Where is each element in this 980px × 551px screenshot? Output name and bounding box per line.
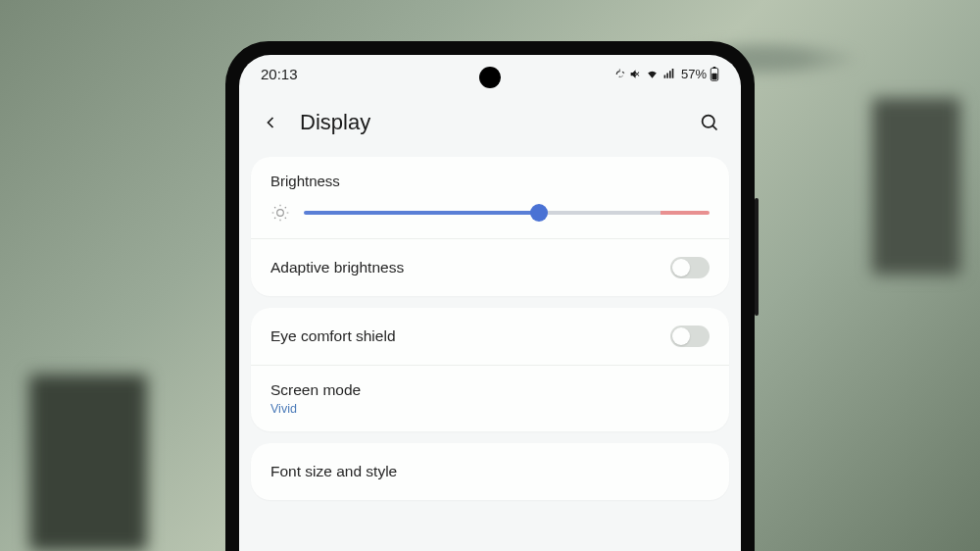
font-label: Font size and style [270, 463, 397, 480]
eye-comfort-label: Eye comfort shield [270, 327, 396, 345]
svg-line-8 [274, 207, 275, 208]
svg-line-4 [712, 125, 716, 129]
screen-mode-value: Vivid [270, 402, 297, 416]
brightness-section: Brightness [251, 157, 729, 238]
background-blur [872, 98, 960, 275]
search-icon [700, 113, 720, 133]
signal-icon [662, 68, 676, 80]
brightness-label: Brightness [270, 173, 710, 189]
sun-icon [270, 203, 290, 223]
background-blur [29, 375, 147, 551]
slider-thumb [530, 204, 548, 222]
font-row[interactable]: Font size and style [251, 443, 729, 500]
page-title: Display [300, 110, 680, 135]
screen-mode-label: Screen mode [270, 381, 361, 399]
display-card: Eye comfort shield Screen mode Vivid [251, 308, 729, 431]
svg-point-3 [702, 115, 713, 126]
svg-line-9 [285, 218, 286, 219]
back-button[interactable] [259, 111, 282, 134]
slider-track [304, 211, 710, 215]
adaptive-brightness-row[interactable]: Adaptive brightness [251, 238, 729, 296]
wifi-icon [645, 68, 660, 80]
toggle-knob [672, 259, 690, 276]
svg-line-13 [285, 207, 286, 208]
brightness-card: Brightness Adaptive brightness [251, 157, 729, 296]
font-card: Font size and style [251, 443, 729, 500]
eye-comfort-toggle[interactable] [670, 326, 710, 347]
mute-icon [629, 68, 642, 80]
svg-rect-2 [711, 73, 716, 78]
screen-mode-row[interactable]: Screen mode Vivid [251, 365, 729, 431]
phone-frame: 20:13 57% Display Brightness [225, 41, 755, 551]
battery-icon [710, 67, 719, 81]
status-time: 20:13 [261, 66, 298, 82]
page-header: Display [239, 92, 741, 157]
brightness-slider[interactable] [304, 204, 710, 222]
svg-rect-1 [713, 67, 716, 69]
eye-comfort-row[interactable]: Eye comfort shield [251, 308, 729, 365]
adaptive-brightness-toggle[interactable] [670, 257, 710, 278]
search-button[interactable] [698, 111, 721, 134]
phone-side-button [755, 198, 759, 316]
toggle-knob [672, 327, 690, 345]
camera-notch [479, 67, 501, 88]
phone-screen: 20:13 57% Display Brightness [239, 55, 741, 551]
chevron-left-icon [261, 113, 280, 132]
adaptive-brightness-label: Adaptive brightness [270, 259, 404, 276]
svg-line-12 [274, 218, 275, 219]
rotation-lock-icon [613, 68, 626, 80]
battery-percentage: 57% [681, 67, 707, 81]
status-icons: 57% [613, 67, 719, 81]
svg-point-5 [277, 210, 284, 217]
